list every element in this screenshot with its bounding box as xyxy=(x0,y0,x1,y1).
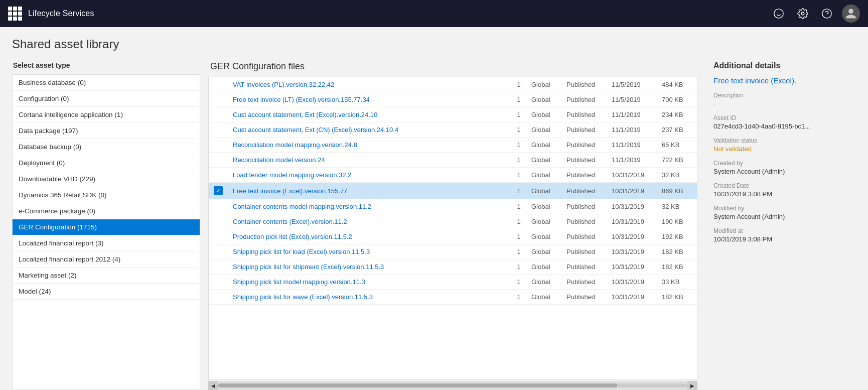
file-status-cell: Published xyxy=(561,290,607,305)
check-cell xyxy=(209,138,228,153)
navbar: Lifecycle Services xyxy=(0,0,868,27)
file-version-cell: 1 xyxy=(511,259,526,275)
user-avatar[interactable] xyxy=(842,5,860,23)
checkmark-icon: ✓ xyxy=(214,186,223,195)
table-row[interactable]: Cust account statement, Ext (CN) (Excel)… xyxy=(209,122,697,138)
table-row[interactable]: Load tender model mapping.version.32.21G… xyxy=(209,168,697,183)
file-name-cell[interactable]: Shipping pick list for shipment (Excel).… xyxy=(228,259,511,275)
file-name-cell[interactable]: Container contents model mapping.version… xyxy=(228,199,511,214)
file-date-cell: 10/31/2019 xyxy=(607,259,657,275)
file-version-cell: 1 xyxy=(511,275,526,290)
left-panel: Select asset type Business database (0)C… xyxy=(12,61,200,390)
validation-status-section: Validation status Not validated xyxy=(713,137,856,153)
table-row[interactable]: Free text invoice (LT) (Excel).version.1… xyxy=(209,92,697,107)
file-status-cell: Published xyxy=(561,199,607,214)
scroll-left-arrow[interactable]: ◀ xyxy=(208,381,218,390)
file-date-cell: 10/31/2019 xyxy=(607,214,657,229)
file-scope-cell: Global xyxy=(526,259,561,275)
file-name-cell[interactable]: Shipping pick list model mapping.version… xyxy=(228,275,511,290)
table-row[interactable]: ✓Free text invoice (Excel).version.155.7… xyxy=(209,183,697,199)
file-scope-cell: Global xyxy=(526,199,561,214)
file-name-cell[interactable]: Reconciliation model mapping.version.24.… xyxy=(228,138,511,153)
file-size-cell: 182 KB xyxy=(657,259,697,275)
check-cell xyxy=(209,229,228,244)
file-name-cell[interactable]: Load tender model mapping.version.32.2 xyxy=(228,168,511,183)
asset-list-item-2[interactable]: Cortana intelligence application (1) xyxy=(13,107,200,123)
asset-list-item-12[interactable]: Marketing asset (2) xyxy=(13,268,200,284)
asset-list-item-4[interactable]: Database backup (0) xyxy=(13,139,200,155)
file-name-cell[interactable]: Shipping pick list for load (Excel).vers… xyxy=(228,244,511,259)
right-panel: Additional details Free text invoice (Ex… xyxy=(705,61,856,390)
asset-id-label: Asset ID xyxy=(713,114,856,121)
file-size-cell: 182 KB xyxy=(657,244,697,259)
check-cell xyxy=(209,199,228,214)
help-icon[interactable] xyxy=(818,5,836,23)
table-row[interactable]: Shipping pick list for wave (Excel).vers… xyxy=(209,290,697,305)
file-size-cell: 484 KB xyxy=(657,77,697,92)
created-date-section: Created Date 10/31/2019 3:08 PM xyxy=(713,182,856,198)
table-row[interactable]: Reconciliation model mapping.version.24.… xyxy=(209,138,697,153)
file-status-cell: Published xyxy=(561,107,607,122)
file-name-cell[interactable]: Cust account statement, Ext (Excel).vers… xyxy=(228,107,511,122)
table-row[interactable]: Reconciliation model.version.241GlobalPu… xyxy=(209,153,697,168)
file-name-cell[interactable]: VAT Invoices (PL).version.32.22.42 xyxy=(228,77,511,92)
file-name-cell[interactable]: Shipping pick list for wave (Excel).vers… xyxy=(228,290,511,305)
check-cell xyxy=(209,153,228,168)
app-grid-icon[interactable] xyxy=(8,7,22,21)
table-row[interactable]: Container contents model mapping.version… xyxy=(209,199,697,214)
file-scope-cell: Global xyxy=(526,275,561,290)
asset-list-item-1[interactable]: Configuration (0) xyxy=(13,91,200,107)
file-status-cell: Published xyxy=(561,168,607,183)
file-size-cell: 700 KB xyxy=(657,92,697,107)
file-name-cell[interactable]: Reconciliation model.version.24 xyxy=(228,153,511,168)
file-name-cell[interactable]: Free text invoice (LT) (Excel).version.1… xyxy=(228,92,511,107)
asset-list-item-8[interactable]: e-Commerce package (0) xyxy=(13,203,200,219)
svg-point-3 xyxy=(801,12,804,15)
file-name-cell[interactable]: Cust account statement, Ext (CN) (Excel)… xyxy=(228,122,511,138)
file-name-cell[interactable]: Container contents (Excel).version.11.2 xyxy=(228,214,511,229)
asset-list-item-13[interactable]: Model (24) xyxy=(13,284,200,300)
file-scope-cell: Global xyxy=(526,107,561,122)
file-status-cell: Published xyxy=(561,122,607,138)
table-row[interactable]: Shipping pick list model mapping.version… xyxy=(209,275,697,290)
asset-list-item-0[interactable]: Business database (0) xyxy=(13,75,200,91)
created-by-value: System Account (Admin) xyxy=(713,168,856,175)
modified-at-section: Modified at 10/31/2019 3:08 PM xyxy=(713,227,856,243)
table-row[interactable]: VAT Invoices (PL).version.32.22.421Globa… xyxy=(209,77,697,92)
asset-list-item-3[interactable]: Data package (197) xyxy=(13,123,200,139)
file-date-cell: 11/1/2019 xyxy=(607,122,657,138)
asset-list-item-9[interactable]: GER Configuration (1715) xyxy=(13,219,200,235)
asset-list-item-11[interactable]: Localized financial report 2012 (4) xyxy=(13,251,200,268)
center-panel: GER Configuration files VAT Invoices (PL… xyxy=(200,61,705,390)
validation-status-label: Validation status xyxy=(713,137,856,144)
horizontal-scrollbar[interactable]: ◀ ▶ xyxy=(208,381,697,390)
file-status-cell: Published xyxy=(561,92,607,107)
file-date-cell: 10/31/2019 xyxy=(607,244,657,259)
file-name-cell[interactable]: Production pick list (Excel).version.11.… xyxy=(228,229,511,244)
file-scope-cell: Global xyxy=(526,183,561,199)
ger-config-heading: GER Configuration files xyxy=(208,61,697,72)
svg-point-0 xyxy=(774,9,783,18)
table-row[interactable]: Production pick list (Excel).version.11.… xyxy=(209,229,697,244)
file-version-cell: 1 xyxy=(511,122,526,138)
file-status-cell: Published xyxy=(561,259,607,275)
settings-icon[interactable] xyxy=(794,5,812,23)
file-size-cell: 237 KB xyxy=(657,122,697,138)
file-date-cell: 10/31/2019 xyxy=(607,199,657,214)
asset-list-item-6[interactable]: Downloadable VHD (229) xyxy=(13,171,200,187)
file-scope-cell: Global xyxy=(526,244,561,259)
file-name-cell[interactable]: Free text invoice (Excel).version.155.77 xyxy=(228,183,511,199)
asset-list-item-5[interactable]: Deployment (0) xyxy=(13,155,200,171)
table-row[interactable]: Shipping pick list for load (Excel).vers… xyxy=(209,244,697,259)
file-version-cell: 1 xyxy=(511,77,526,92)
table-row[interactable]: Shipping pick list for shipment (Excel).… xyxy=(209,259,697,275)
svg-point-4 xyxy=(822,9,831,18)
asset-list-item-7[interactable]: Dynamics 365 Retail SDK (0) xyxy=(13,187,200,203)
table-row[interactable]: Cust account statement, Ext (Excel).vers… xyxy=(209,107,697,122)
table-row[interactable]: Container contents (Excel).version.11.21… xyxy=(209,214,697,229)
asset-list-item-10[interactable]: Localized financial report (3) xyxy=(13,235,200,251)
check-cell xyxy=(209,275,228,290)
scroll-right-arrow[interactable]: ▶ xyxy=(687,381,697,390)
smiley-icon[interactable] xyxy=(770,5,788,23)
file-status-cell: Published xyxy=(561,153,607,168)
